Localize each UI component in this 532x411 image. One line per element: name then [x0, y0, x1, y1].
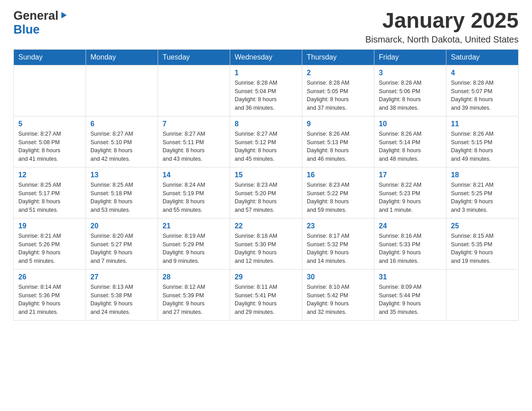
day-number: 3 [379, 69, 442, 77]
day-info: Sunrise: 8:26 AM Sunset: 5:15 PM Dayligh… [451, 130, 514, 163]
logo-general-text: General [13, 9, 59, 23]
day-info: Sunrise: 8:23 AM Sunset: 5:22 PM Dayligh… [307, 181, 369, 214]
day-number: 9 [307, 120, 369, 128]
day-info: Sunrise: 8:17 AM Sunset: 5:32 PM Dayligh… [307, 232, 369, 265]
day-number: 29 [235, 273, 297, 281]
day-info: Sunrise: 8:26 AM Sunset: 5:13 PM Dayligh… [307, 130, 369, 163]
calendar-cell: 17Sunrise: 8:22 AM Sunset: 5:23 PM Dayli… [374, 167, 446, 218]
day-info: Sunrise: 8:11 AM Sunset: 5:41 PM Dayligh… [235, 283, 297, 317]
day-info: Sunrise: 8:12 AM Sunset: 5:39 PM Dayligh… [163, 283, 225, 317]
day-number: 2 [307, 69, 369, 77]
logo: General Blue [13, 9, 68, 37]
day-info: Sunrise: 8:28 AM Sunset: 5:06 PM Dayligh… [379, 79, 442, 112]
day-info: Sunrise: 8:27 AM Sunset: 5:11 PM Dayligh… [163, 130, 225, 163]
day-number: 14 [163, 171, 225, 179]
title-section: January 2025 Bismarck, North Dakota, Uni… [365, 9, 519, 45]
calendar-cell: 30Sunrise: 8:10 AM Sunset: 5:42 PM Dayli… [302, 269, 374, 320]
calendar-cell: 4Sunrise: 8:28 AM Sunset: 5:07 PM Daylig… [446, 65, 519, 116]
calendar-cell: 28Sunrise: 8:12 AM Sunset: 5:39 PM Dayli… [158, 269, 230, 320]
day-number: 1 [235, 69, 297, 77]
day-number: 6 [90, 120, 153, 128]
location-subtitle: Bismarck, North Dakota, United States [365, 34, 519, 45]
calendar-cell: 18Sunrise: 8:21 AM Sunset: 5:25 PM Dayli… [446, 167, 519, 218]
day-info: Sunrise: 8:27 AM Sunset: 5:12 PM Dayligh… [235, 130, 297, 163]
day-number: 30 [307, 273, 369, 281]
calendar-cell: 21Sunrise: 8:19 AM Sunset: 5:29 PM Dayli… [158, 218, 230, 269]
month-title: January 2025 [365, 9, 519, 33]
calendar-cell: 19Sunrise: 8:21 AM Sunset: 5:26 PM Dayli… [14, 218, 86, 269]
calendar-cell: 23Sunrise: 8:17 AM Sunset: 5:32 PM Dayli… [302, 218, 374, 269]
calendar-cell: 15Sunrise: 8:23 AM Sunset: 5:20 PM Dayli… [230, 167, 302, 218]
day-number: 13 [90, 171, 153, 179]
calendar-cell: 31Sunrise: 8:09 AM Sunset: 5:44 PM Dayli… [374, 269, 446, 320]
calendar-week-5: 26Sunrise: 8:14 AM Sunset: 5:36 PM Dayli… [14, 269, 519, 320]
day-number: 10 [379, 120, 442, 128]
calendar-cell: 9Sunrise: 8:26 AM Sunset: 5:13 PM Daylig… [302, 116, 374, 167]
calendar-cell: 14Sunrise: 8:24 AM Sunset: 5:19 PM Dayli… [158, 167, 230, 218]
calendar-cell [446, 269, 519, 320]
col-header-sunday: Sunday [14, 49, 86, 65]
day-number: 24 [379, 222, 442, 230]
day-number: 21 [163, 222, 225, 230]
calendar-cell: 22Sunrise: 8:18 AM Sunset: 5:30 PM Dayli… [230, 218, 302, 269]
col-header-monday: Monday [86, 49, 158, 65]
calendar-cell: 20Sunrise: 8:20 AM Sunset: 5:27 PM Dayli… [86, 218, 158, 269]
day-number: 25 [451, 222, 514, 230]
calendar-cell: 13Sunrise: 8:25 AM Sunset: 5:18 PM Dayli… [86, 167, 158, 218]
day-number: 22 [235, 222, 297, 230]
day-info: Sunrise: 8:20 AM Sunset: 5:27 PM Dayligh… [90, 232, 153, 265]
logo-blue-text: Blue [13, 23, 40, 37]
day-info: Sunrise: 8:10 AM Sunset: 5:42 PM Dayligh… [307, 283, 369, 317]
calendar-cell [158, 65, 230, 116]
col-header-wednesday: Wednesday [230, 49, 302, 65]
col-header-tuesday: Tuesday [158, 49, 230, 65]
calendar-cell: 16Sunrise: 8:23 AM Sunset: 5:22 PM Dayli… [302, 167, 374, 218]
day-info: Sunrise: 8:27 AM Sunset: 5:10 PM Dayligh… [90, 130, 153, 163]
day-info: Sunrise: 8:09 AM Sunset: 5:44 PM Dayligh… [379, 283, 442, 317]
day-number: 17 [379, 171, 442, 179]
calendar-cell: 26Sunrise: 8:14 AM Sunset: 5:36 PM Dayli… [14, 269, 86, 320]
day-number: 5 [18, 120, 81, 128]
day-info: Sunrise: 8:13 AM Sunset: 5:38 PM Dayligh… [90, 283, 153, 317]
day-info: Sunrise: 8:24 AM Sunset: 5:19 PM Dayligh… [163, 181, 225, 214]
day-info: Sunrise: 8:21 AM Sunset: 5:25 PM Dayligh… [451, 181, 514, 214]
day-info: Sunrise: 8:27 AM Sunset: 5:08 PM Dayligh… [18, 130, 81, 163]
day-info: Sunrise: 8:16 AM Sunset: 5:33 PM Dayligh… [379, 232, 442, 265]
day-number: 19 [18, 222, 81, 230]
day-number: 26 [18, 273, 81, 281]
day-info: Sunrise: 8:14 AM Sunset: 5:36 PM Dayligh… [18, 283, 81, 317]
page-header: General Blue January 2025 Bismarck, Nort… [13, 9, 519, 45]
day-number: 23 [307, 222, 369, 230]
day-number: 31 [379, 273, 442, 281]
day-number: 18 [451, 171, 514, 179]
calendar-cell: 2Sunrise: 8:28 AM Sunset: 5:05 PM Daylig… [302, 65, 374, 116]
calendar-cell: 10Sunrise: 8:26 AM Sunset: 5:14 PM Dayli… [374, 116, 446, 167]
calendar-week-1: 1Sunrise: 8:28 AM Sunset: 5:04 PM Daylig… [14, 65, 519, 116]
calendar-cell: 8Sunrise: 8:27 AM Sunset: 5:12 PM Daylig… [230, 116, 302, 167]
svg-marker-0 [61, 12, 67, 18]
day-number: 20 [90, 222, 153, 230]
day-number: 8 [235, 120, 297, 128]
day-number: 16 [307, 171, 369, 179]
day-info: Sunrise: 8:28 AM Sunset: 5:04 PM Dayligh… [235, 79, 297, 112]
day-info: Sunrise: 8:23 AM Sunset: 5:20 PM Dayligh… [235, 181, 297, 214]
calendar-cell: 25Sunrise: 8:15 AM Sunset: 5:35 PM Dayli… [446, 218, 519, 269]
day-info: Sunrise: 8:19 AM Sunset: 5:29 PM Dayligh… [163, 232, 225, 265]
calendar-cell: 11Sunrise: 8:26 AM Sunset: 5:15 PM Dayli… [446, 116, 519, 167]
calendar-header-row: SundayMondayTuesdayWednesdayThursdayFrid… [14, 49, 519, 65]
day-info: Sunrise: 8:25 AM Sunset: 5:18 PM Dayligh… [90, 181, 153, 214]
calendar-cell: 3Sunrise: 8:28 AM Sunset: 5:06 PM Daylig… [374, 65, 446, 116]
calendar-cell: 27Sunrise: 8:13 AM Sunset: 5:38 PM Dayli… [86, 269, 158, 320]
calendar-cell [14, 65, 86, 116]
day-number: 28 [163, 273, 225, 281]
calendar-cell: 7Sunrise: 8:27 AM Sunset: 5:11 PM Daylig… [158, 116, 230, 167]
day-number: 27 [90, 273, 153, 281]
day-number: 12 [18, 171, 81, 179]
day-info: Sunrise: 8:22 AM Sunset: 5:23 PM Dayligh… [379, 181, 442, 214]
calendar-cell: 5Sunrise: 8:27 AM Sunset: 5:08 PM Daylig… [14, 116, 86, 167]
logo-arrow-icon [60, 11, 68, 21]
calendar-table: SundayMondayTuesdayWednesdayThursdayFrid… [13, 49, 519, 321]
calendar-cell [86, 65, 158, 116]
calendar-cell: 1Sunrise: 8:28 AM Sunset: 5:04 PM Daylig… [230, 65, 302, 116]
calendar-week-4: 19Sunrise: 8:21 AM Sunset: 5:26 PM Dayli… [14, 218, 519, 269]
